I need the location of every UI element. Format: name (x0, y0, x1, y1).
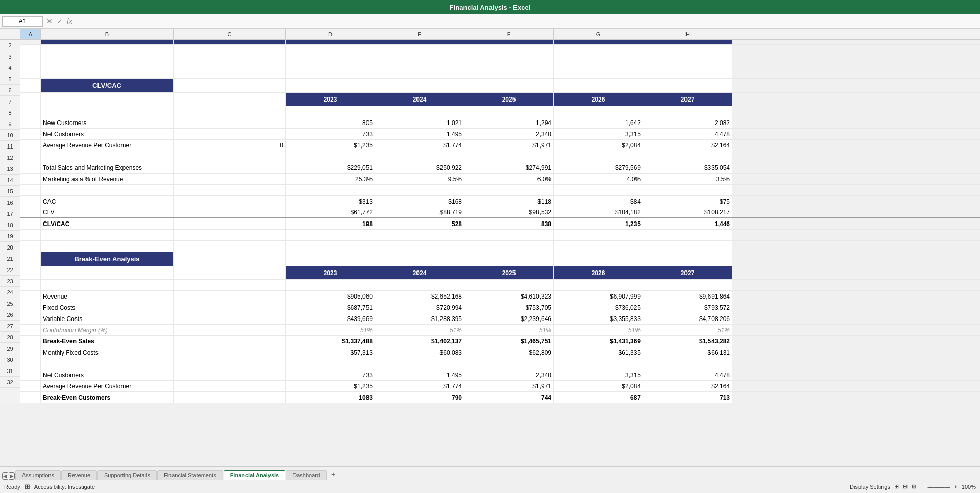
col-header-c[interactable]: C (174, 29, 286, 39)
confirm-icon[interactable]: ✓ (55, 17, 64, 26)
zoom-level[interactable]: 100% (962, 484, 976, 490)
cell-r2-a[interactable] (20, 45, 41, 56)
cell-r11-d[interactable] (286, 151, 375, 162)
cell-r22-b[interactable] (41, 280, 174, 290)
cell-r5-h[interactable] (643, 79, 732, 92)
cell-r28-c[interactable] (174, 347, 286, 358)
cell-r6-c[interactable] (174, 93, 286, 106)
tab-scroll-left[interactable]: ◀ (2, 472, 8, 480)
cell-r16-d[interactable]: $61,772 (286, 207, 375, 217)
zoom-in-icon[interactable]: + (954, 484, 957, 490)
row-num-25[interactable]: 25 (0, 298, 20, 309)
cell-r13-f[interactable]: 6.0% (464, 174, 554, 184)
row-num-7[interactable]: 7 (0, 96, 20, 107)
cell-r14-g[interactable] (554, 185, 643, 195)
cell-r14-e[interactable] (375, 185, 464, 195)
cell-r4-h[interactable] (643, 67, 732, 78)
tab-financial-analysis[interactable]: Financial Analysis (224, 470, 286, 480)
cell-r27-e[interactable]: $1,402,137 (375, 336, 464, 347)
row-num-21[interactable]: 21 (0, 253, 20, 264)
cell-r13-h[interactable]: 3.5% (643, 174, 732, 184)
cell-r31-d[interactable]: $1,235 (286, 381, 375, 391)
cell-r24-h[interactable]: $793,572 (643, 302, 732, 313)
cell-r29-f[interactable] (464, 358, 554, 369)
cell-name-box[interactable] (2, 16, 43, 27)
cell-r18-g[interactable] (554, 230, 643, 240)
cell-r9-g[interactable]: 3,315 (554, 129, 643, 139)
cell-r23-c[interactable] (174, 291, 286, 302)
cell-r27-c[interactable] (174, 336, 286, 347)
cell-r21-b[interactable] (41, 266, 174, 279)
cell-r15-e[interactable]: $168 (375, 196, 464, 207)
cell-r19-h[interactable] (643, 241, 732, 252)
cell-r25-c[interactable] (174, 313, 286, 324)
cell-r25-d[interactable]: $439,669 (286, 313, 375, 324)
be-year-header-2026[interactable]: 2026 (554, 266, 643, 279)
row-num-5[interactable]: 5 (0, 73, 20, 85)
tab-financial-statements[interactable]: Financial Statements (157, 470, 223, 480)
cell-r31-f[interactable]: $1,971 (464, 381, 554, 391)
cell-r19-g[interactable] (554, 241, 643, 252)
row-num-29[interactable]: 29 (0, 343, 20, 354)
tab-add-button[interactable]: + (327, 469, 339, 480)
cell-r7-a[interactable] (20, 106, 41, 117)
cell-r28-f[interactable]: $62,809 (464, 347, 554, 358)
cell-r9-f[interactable]: 2,340 (464, 129, 554, 139)
cell-r32-h[interactable]: 713 (643, 392, 732, 403)
cell-r9-e[interactable]: 1,495 (375, 129, 464, 139)
row-num-31[interactable]: 31 (0, 365, 20, 377)
cell-r16-g[interactable]: $104,182 (554, 207, 643, 217)
cell-r31-g[interactable]: $2,084 (554, 381, 643, 391)
cell-r3-d[interactable] (286, 56, 375, 67)
cell-r8-f[interactable]: 1,294 (464, 117, 554, 128)
year-header-2027[interactable]: 2027 (643, 93, 732, 106)
row-num-8[interactable]: 8 (0, 107, 20, 118)
cell-r13-e[interactable]: 9.5% (375, 174, 464, 184)
row-num-11[interactable]: 11 (0, 141, 20, 152)
zoom-slider[interactable]: ———— (927, 484, 950, 490)
cell-r18-a[interactable] (20, 230, 41, 240)
cell-r3-e[interactable] (375, 56, 464, 67)
cell-r9-d[interactable]: 733 (286, 129, 375, 139)
fx-icon[interactable]: fx (65, 17, 74, 26)
cell-r3-a[interactable] (20, 56, 41, 67)
cell-r9-a[interactable] (20, 129, 41, 139)
cell-r26-b[interactable]: Contribution Margin (%) (41, 325, 174, 335)
cell-r6-a[interactable] (20, 93, 41, 106)
cell-r15-d[interactable]: $313 (286, 196, 375, 207)
year-header-2025[interactable]: 2025 (464, 93, 554, 106)
cell-r12-c[interactable] (174, 162, 286, 173)
cell-r29-c[interactable] (174, 358, 286, 369)
be-year-header-2024[interactable]: 2024 (375, 266, 464, 279)
cell-r10-e[interactable]: $1,774 (375, 140, 464, 151)
row-num-19[interactable]: 19 (0, 231, 20, 242)
cell-r12-e[interactable]: $250,922 (375, 162, 464, 173)
cell-r13-b[interactable]: Marketing as a % of Revenue (41, 174, 174, 184)
row-num-32[interactable]: 32 (0, 377, 20, 388)
row-num-22[interactable]: 22 (0, 264, 20, 276)
cell-r25-e[interactable]: $1,288,395 (375, 313, 464, 324)
cell-r10-f[interactable]: $1,971 (464, 140, 554, 151)
view-layout-icon[interactable]: ⊟ (903, 483, 908, 490)
cell-r16-a[interactable] (20, 207, 41, 217)
cell-r8-b[interactable]: New Customers (41, 117, 174, 128)
cell-r22-f[interactable] (464, 280, 554, 290)
cell-r31-c[interactable] (174, 381, 286, 391)
accessibility-status[interactable]: Accessibility: Investigate (34, 484, 95, 490)
cell-r30-g[interactable]: 3,315 (554, 369, 643, 380)
cell-r12-g[interactable]: $279,569 (554, 162, 643, 173)
cell-r18-f[interactable] (464, 230, 554, 240)
cell-r11-e[interactable] (375, 151, 464, 162)
cell-r20-c[interactable] (174, 252, 286, 266)
cell-r24-c[interactable] (174, 302, 286, 313)
cell-r19-d[interactable] (286, 241, 375, 252)
cell-r32-a[interactable] (20, 392, 41, 403)
cell-r19-f[interactable] (464, 241, 554, 252)
cell-r27-h[interactable]: $1,543,282 (643, 336, 732, 347)
row-num-16[interactable]: 16 (0, 197, 20, 208)
breakeven-section-label[interactable]: Break-Even Analysis (41, 252, 174, 266)
cell-r16-c[interactable] (174, 207, 286, 217)
row-num-20[interactable]: 20 (0, 242, 20, 253)
cell-r22-a[interactable] (20, 280, 41, 290)
cell-r30-c[interactable] (174, 369, 286, 380)
